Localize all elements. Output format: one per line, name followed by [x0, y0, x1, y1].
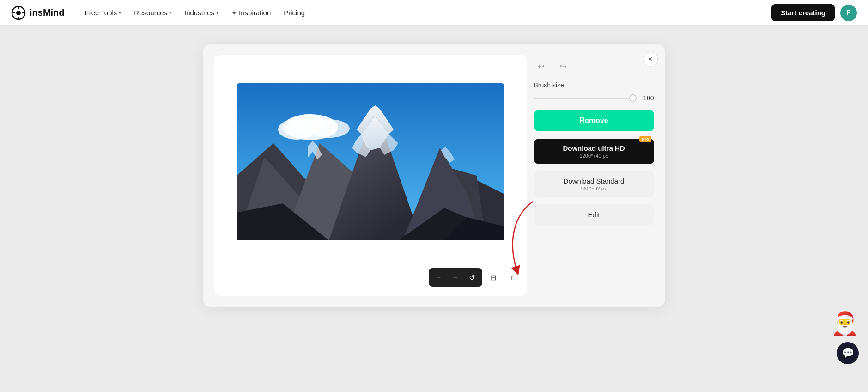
download-standard-button[interactable]: Download Standard 960*592 px — [534, 172, 654, 197]
spark-icon: ✦ — [231, 9, 237, 17]
download-hd-label: Download ultra HD — [563, 144, 625, 152]
image-toolbar: − + ↺ ⊟ ↑ — [222, 266, 519, 288]
nav-item-resources[interactable]: Resources ▾ — [128, 5, 177, 20]
navbar: insMind Free Tools ▾ Resources ▾ Industr… — [0, 0, 868, 26]
zoom-in-button[interactable]: + — [448, 270, 463, 285]
remove-button[interactable]: Remove — [534, 110, 654, 131]
edit-button[interactable]: Edit — [534, 204, 654, 225]
navbar-nav: Free Tools ▾ Resources ▾ Industries ▾ ✦ … — [79, 5, 772, 20]
split-icon: ⊟ — [490, 273, 496, 282]
navbar-right: Start creating F — [771, 4, 857, 21]
upload-button[interactable]: ↑ — [504, 270, 519, 285]
logo[interactable]: insMind — [11, 6, 65, 20]
undo-button[interactable]: ↩ — [534, 59, 549, 74]
editor-modal: × — [203, 44, 665, 307]
chat-bubble-button[interactable]: 💬 — [837, 342, 859, 364]
download-hd-resolution: 1200*740 px — [540, 153, 648, 159]
chevron-down-icon: ▾ — [169, 10, 171, 15]
nav-item-pricing[interactable]: Pricing — [278, 5, 310, 20]
svg-point-10 — [292, 114, 324, 131]
brush-size-slider[interactable] — [534, 93, 637, 103]
redo-icon: ↪ — [560, 61, 567, 72]
avatar[interactable]: F — [840, 5, 857, 21]
nav-item-industries[interactable]: Industries ▾ — [179, 5, 224, 20]
plus-icon: + — [453, 273, 457, 282]
image-panel: − + ↺ ⊟ ↑ — [214, 55, 527, 296]
zoom-toolbar-group: − + ↺ — [429, 268, 482, 287]
split-view-button[interactable]: ⊟ — [486, 270, 501, 285]
chat-icon: 💬 — [842, 347, 854, 359]
chevron-down-icon: ▾ — [216, 10, 219, 15]
slider-track — [534, 98, 637, 99]
main-content: × — [0, 26, 868, 392]
download-standard-label: Download Standard — [564, 177, 625, 185]
undo-icon: ↩ — [538, 61, 545, 72]
brush-size-row: 100 — [534, 93, 654, 103]
history-buttons: ↩ ↪ — [534, 59, 654, 74]
brush-size-label: Brush size — [534, 81, 654, 89]
image-wrapper — [222, 63, 519, 261]
svg-point-1 — [16, 11, 21, 15]
start-creating-button[interactable]: Start creating — [771, 4, 835, 21]
reset-zoom-button[interactable]: ↺ — [465, 270, 480, 285]
right-panel: ↩ ↪ Brush size 100 Re — [534, 55, 654, 296]
refresh-icon: ↺ — [469, 273, 475, 282]
minus-icon: − — [437, 273, 441, 282]
chevron-down-icon: ▾ — [119, 10, 121, 15]
slider-thumb[interactable] — [629, 94, 637, 102]
pro-badge: Pro — [639, 136, 651, 142]
upload-icon: ↑ — [510, 273, 514, 282]
nav-item-free-tools[interactable]: Free Tools ▾ — [79, 5, 127, 20]
download-hd-button[interactable]: Pro Download ultra HD 1200*740 px — [534, 139, 654, 164]
close-button[interactable]: × — [643, 52, 658, 67]
mountain-scene-svg — [237, 83, 504, 240]
mountain-image — [237, 83, 504, 240]
download-standard-resolution: 960*592 px — [540, 186, 648, 191]
nav-item-inspiration[interactable]: ✦ Inspiration — [226, 5, 276, 20]
santa-decoration: 🎅 — [831, 311, 859, 337]
redo-button[interactable]: ↪ — [556, 59, 571, 74]
brush-size-value: 100 — [641, 94, 654, 102]
logo-text: insMind — [30, 7, 65, 18]
logo-icon — [11, 6, 26, 20]
brush-size-section: Brush size 100 — [534, 81, 654, 103]
zoom-out-button[interactable]: − — [431, 270, 446, 285]
